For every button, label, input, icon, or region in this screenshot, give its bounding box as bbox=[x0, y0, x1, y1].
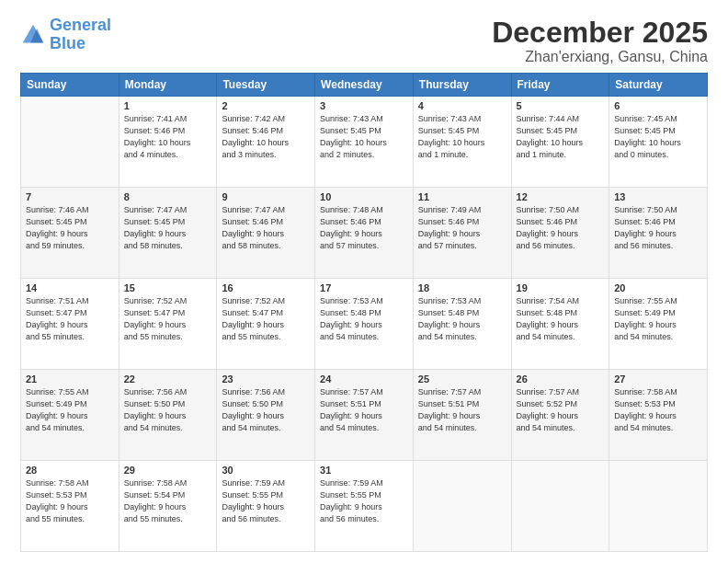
calendar-cell: 4Sunrise: 7:43 AMSunset: 5:45 PMDaylight… bbox=[413, 97, 511, 188]
day-number: 29 bbox=[124, 465, 212, 476]
calendar: SundayMondayTuesdayWednesdayThursdayFrid… bbox=[20, 73, 708, 552]
calendar-cell: 6Sunrise: 7:45 AMSunset: 5:45 PMDaylight… bbox=[609, 97, 708, 188]
subtitle: Zhan'erxiang, Gansu, China bbox=[492, 49, 708, 65]
logo: General Blue bbox=[20, 17, 111, 53]
header-sunday: Sunday bbox=[21, 74, 119, 97]
title-section: December 2025 Zhan'erxiang, Gansu, China bbox=[492, 17, 708, 65]
day-number: 16 bbox=[222, 282, 310, 293]
day-info: Sunrise: 7:57 AMSunset: 5:52 PMDaylight:… bbox=[517, 386, 605, 434]
calendar-cell: 17Sunrise: 7:53 AMSunset: 5:48 PMDayligh… bbox=[315, 279, 414, 370]
header-thursday: Thursday bbox=[413, 74, 511, 97]
day-info: Sunrise: 7:59 AMSunset: 5:55 PMDaylight:… bbox=[320, 477, 408, 525]
day-number: 15 bbox=[124, 282, 212, 293]
day-info: Sunrise: 7:57 AMSunset: 5:51 PMDaylight:… bbox=[418, 386, 506, 434]
day-info: Sunrise: 7:43 AMSunset: 5:45 PMDaylight:… bbox=[418, 113, 506, 161]
day-number: 25 bbox=[418, 373, 506, 385]
calendar-cell: 20Sunrise: 7:55 AMSunset: 5:49 PMDayligh… bbox=[609, 279, 708, 370]
calendar-cell: 1Sunrise: 7:41 AMSunset: 5:46 PMDaylight… bbox=[119, 97, 217, 188]
day-info: Sunrise: 7:50 AMSunset: 5:46 PMDaylight:… bbox=[614, 204, 702, 252]
calendar-cell: 3Sunrise: 7:43 AMSunset: 5:45 PMDaylight… bbox=[315, 97, 414, 188]
calendar-cell: 21Sunrise: 7:55 AMSunset: 5:49 PMDayligh… bbox=[21, 370, 119, 461]
day-info: Sunrise: 7:53 AMSunset: 5:48 PMDaylight:… bbox=[320, 295, 408, 343]
calendar-cell bbox=[511, 461, 609, 552]
day-number: 22 bbox=[124, 373, 212, 385]
calendar-cell: 5Sunrise: 7:44 AMSunset: 5:45 PMDaylight… bbox=[511, 97, 609, 188]
day-info: Sunrise: 7:47 AMSunset: 5:46 PMDaylight:… bbox=[222, 204, 310, 252]
calendar-cell: 18Sunrise: 7:53 AMSunset: 5:48 PMDayligh… bbox=[413, 279, 511, 370]
calendar-cell: 22Sunrise: 7:56 AMSunset: 5:50 PMDayligh… bbox=[119, 370, 217, 461]
day-info: Sunrise: 7:41 AMSunset: 5:46 PMDaylight:… bbox=[124, 113, 212, 161]
day-number: 31 bbox=[320, 465, 408, 476]
calendar-week-row: 1Sunrise: 7:41 AMSunset: 5:46 PMDaylight… bbox=[21, 97, 708, 188]
day-number: 5 bbox=[517, 100, 605, 111]
day-info: Sunrise: 7:54 AMSunset: 5:48 PMDaylight:… bbox=[517, 295, 605, 343]
day-info: Sunrise: 7:56 AMSunset: 5:50 PMDaylight:… bbox=[222, 386, 310, 434]
calendar-cell: 19Sunrise: 7:54 AMSunset: 5:48 PMDayligh… bbox=[511, 279, 609, 370]
header-tuesday: Tuesday bbox=[217, 74, 315, 97]
logo-text: General Blue bbox=[50, 17, 111, 53]
calendar-cell: 10Sunrise: 7:48 AMSunset: 5:46 PMDayligh… bbox=[315, 188, 414, 279]
calendar-week-row: 21Sunrise: 7:55 AMSunset: 5:49 PMDayligh… bbox=[21, 370, 708, 461]
day-info: Sunrise: 7:44 AMSunset: 5:45 PMDaylight:… bbox=[517, 113, 605, 161]
calendar-cell: 9Sunrise: 7:47 AMSunset: 5:46 PMDaylight… bbox=[217, 188, 315, 279]
calendar-cell: 8Sunrise: 7:47 AMSunset: 5:45 PMDaylight… bbox=[119, 188, 217, 279]
day-number: 12 bbox=[517, 191, 605, 202]
page: General Blue December 2025 Zhan'erxiang,… bbox=[0, 0, 728, 563]
day-info: Sunrise: 7:52 AMSunset: 5:47 PMDaylight:… bbox=[222, 295, 310, 343]
day-number: 6 bbox=[614, 100, 702, 111]
day-number: 1 bbox=[124, 100, 212, 111]
day-number: 13 bbox=[614, 191, 702, 202]
calendar-cell: 28Sunrise: 7:58 AMSunset: 5:53 PMDayligh… bbox=[21, 461, 119, 552]
day-number: 26 bbox=[517, 373, 605, 385]
day-info: Sunrise: 7:55 AMSunset: 5:49 PMDaylight:… bbox=[26, 386, 114, 434]
calendar-cell bbox=[413, 461, 511, 552]
day-number: 14 bbox=[26, 282, 114, 293]
day-number: 4 bbox=[418, 100, 506, 111]
calendar-week-row: 28Sunrise: 7:58 AMSunset: 5:53 PMDayligh… bbox=[21, 461, 708, 552]
day-info: Sunrise: 7:42 AMSunset: 5:46 PMDaylight:… bbox=[222, 113, 310, 161]
calendar-cell: 29Sunrise: 7:58 AMSunset: 5:54 PMDayligh… bbox=[119, 461, 217, 552]
day-number: 7 bbox=[26, 191, 114, 202]
top-section: General Blue December 2025 Zhan'erxiang,… bbox=[20, 17, 708, 65]
calendar-cell bbox=[609, 461, 708, 552]
day-number: 28 bbox=[26, 465, 114, 476]
day-info: Sunrise: 7:57 AMSunset: 5:51 PMDaylight:… bbox=[320, 386, 408, 434]
day-number: 19 bbox=[517, 282, 605, 293]
day-info: Sunrise: 7:53 AMSunset: 5:48 PMDaylight:… bbox=[418, 295, 506, 343]
day-info: Sunrise: 7:47 AMSunset: 5:45 PMDaylight:… bbox=[124, 204, 212, 252]
calendar-cell: 25Sunrise: 7:57 AMSunset: 5:51 PMDayligh… bbox=[413, 370, 511, 461]
calendar-cell: 15Sunrise: 7:52 AMSunset: 5:47 PMDayligh… bbox=[119, 279, 217, 370]
day-info: Sunrise: 7:48 AMSunset: 5:46 PMDaylight:… bbox=[320, 204, 408, 252]
calendar-cell: 16Sunrise: 7:52 AMSunset: 5:47 PMDayligh… bbox=[217, 279, 315, 370]
calendar-week-row: 7Sunrise: 7:46 AMSunset: 5:45 PMDaylight… bbox=[21, 188, 708, 279]
day-info: Sunrise: 7:43 AMSunset: 5:45 PMDaylight:… bbox=[320, 113, 408, 161]
logo-icon bbox=[20, 22, 46, 48]
day-info: Sunrise: 7:55 AMSunset: 5:49 PMDaylight:… bbox=[614, 295, 702, 343]
day-number: 24 bbox=[320, 373, 408, 385]
calendar-cell: 30Sunrise: 7:59 AMSunset: 5:55 PMDayligh… bbox=[217, 461, 315, 552]
day-info: Sunrise: 7:59 AMSunset: 5:55 PMDaylight:… bbox=[222, 477, 310, 525]
calendar-cell: 31Sunrise: 7:59 AMSunset: 5:55 PMDayligh… bbox=[315, 461, 414, 552]
calendar-week-row: 14Sunrise: 7:51 AMSunset: 5:47 PMDayligh… bbox=[21, 279, 708, 370]
day-number: 18 bbox=[418, 282, 506, 293]
day-number: 27 bbox=[614, 373, 702, 385]
calendar-cell: 11Sunrise: 7:49 AMSunset: 5:46 PMDayligh… bbox=[413, 188, 511, 279]
calendar-cell: 23Sunrise: 7:56 AMSunset: 5:50 PMDayligh… bbox=[217, 370, 315, 461]
day-info: Sunrise: 7:46 AMSunset: 5:45 PMDaylight:… bbox=[26, 204, 114, 252]
calendar-cell: 7Sunrise: 7:46 AMSunset: 5:45 PMDaylight… bbox=[21, 188, 119, 279]
day-number: 23 bbox=[222, 373, 310, 385]
day-number: 20 bbox=[614, 282, 702, 293]
day-number: 11 bbox=[418, 191, 506, 202]
day-number: 21 bbox=[26, 373, 114, 385]
calendar-cell: 26Sunrise: 7:57 AMSunset: 5:52 PMDayligh… bbox=[511, 370, 609, 461]
day-info: Sunrise: 7:51 AMSunset: 5:47 PMDaylight:… bbox=[26, 295, 114, 343]
day-number: 17 bbox=[320, 282, 408, 293]
day-info: Sunrise: 7:58 AMSunset: 5:53 PMDaylight:… bbox=[26, 477, 114, 525]
header-monday: Monday bbox=[119, 74, 217, 97]
day-number: 8 bbox=[124, 191, 212, 202]
header-friday: Friday bbox=[511, 74, 609, 97]
day-info: Sunrise: 7:45 AMSunset: 5:45 PMDaylight:… bbox=[614, 113, 702, 161]
calendar-cell: 2Sunrise: 7:42 AMSunset: 5:46 PMDaylight… bbox=[217, 97, 315, 188]
calendar-cell: 14Sunrise: 7:51 AMSunset: 5:47 PMDayligh… bbox=[21, 279, 119, 370]
calendar-cell bbox=[21, 97, 119, 188]
